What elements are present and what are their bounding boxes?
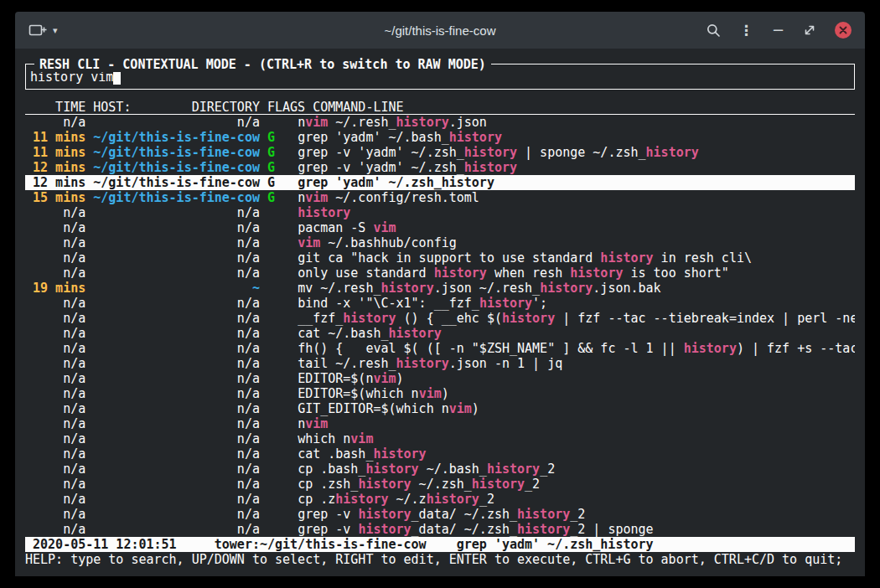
- menu-button[interactable]: ⋮: [739, 23, 753, 38]
- history-row[interactable]: n/a n/a EDITOR=$(nvim): [25, 371, 855, 386]
- resh-search-box: RESH CLI - CONTEXTUAL MODE - (CTRL+R to …: [25, 64, 855, 90]
- kebab-menu-icon: ⋮: [739, 23, 753, 38]
- terminal-window: ▾ ~/git/this-is-fine-cow ⋮ −: [15, 12, 865, 576]
- history-row[interactable]: n/a n/a only use standard history when r…: [25, 266, 855, 281]
- history-row[interactable]: n/a n/a nvim ~/.resh_history.json: [25, 115, 855, 130]
- history-row[interactable]: n/a n/a pacman -S vim: [25, 220, 855, 235]
- history-row[interactable]: 12 mins ~/git/this-is-fine-cow G grep -v…: [25, 160, 855, 175]
- history-row[interactable]: 11 mins ~/git/this-is-fine-cow G grep 'y…: [25, 130, 855, 145]
- new-tab-dropdown-button[interactable]: ▾: [53, 25, 58, 36]
- history-row[interactable]: n/a n/a GIT_EDITOR=$(which nvim): [25, 401, 855, 416]
- titlebar-left-controls: ▾: [28, 23, 58, 38]
- history-row[interactable]: 11 mins ~/git/this-is-fine-cow G grep -v…: [25, 145, 855, 160]
- minimize-icon: −: [772, 23, 784, 38]
- maximize-button[interactable]: [803, 23, 816, 37]
- history-row[interactable]: n/a n/a nvim: [25, 416, 855, 431]
- window-title: ~/git/this-is-fine-cow: [385, 23, 496, 38]
- history-row[interactable]: n/a n/a git ca "hack in support to use s…: [25, 250, 855, 266]
- text-cursor: [113, 71, 121, 85]
- history-row-selected[interactable]: 12 mins ~/git/this-is-fine-cow G grep 'y…: [25, 175, 855, 190]
- history-rows: n/a n/a nvim ~/.resh_history.json 11 min…: [25, 115, 855, 537]
- history-row[interactable]: n/a n/a cp .zhistory ~/.zhistory_2: [25, 492, 855, 507]
- history-row[interactable]: n/a n/a cat ~/.bash_history: [25, 326, 855, 341]
- history-row[interactable]: n/a n/a vim ~/.bashhub/config: [25, 235, 855, 250]
- history-row[interactable]: n/a n/a cat .bash_history: [25, 446, 855, 462]
- history-row[interactable]: n/a n/a fh() { eval $( ([ -n "$ZSH_NAME"…: [25, 341, 855, 356]
- new-tab-button[interactable]: [28, 23, 47, 38]
- history-header: TIME HOST: DIRECTORY FLAGS COMMAND-LINE: [25, 100, 855, 115]
- close-button[interactable]: [835, 22, 852, 39]
- history-row[interactable]: n/a n/a grep -v history_data/ ~/.zsh_his…: [25, 507, 855, 522]
- history-row[interactable]: n/a n/a cp .bash_history ~/.bash_history…: [25, 462, 855, 477]
- history-row[interactable]: n/a n/a grep -v history_data/ ~/.zsh_his…: [25, 522, 855, 537]
- history-row[interactable]: n/a n/a tail ~/.resh_history.json -n 1 |…: [25, 356, 855, 371]
- new-tab-icon: [28, 23, 47, 38]
- history-row[interactable]: 19 mins ~ mv ~/.resh_history.json ~/.res…: [25, 281, 855, 296]
- history-row[interactable]: n/a n/a EDITOR=$(which nvim): [25, 386, 855, 401]
- chevron-down-icon: ▾: [53, 25, 58, 36]
- history-row[interactable]: n/a n/a bind -x '"\C-x1": __fzf_history'…: [25, 296, 855, 311]
- titlebar-right-controls: ⋮ −: [706, 22, 852, 39]
- minimize-button[interactable]: −: [772, 23, 784, 38]
- history-row[interactable]: n/a n/a history: [25, 205, 855, 220]
- help-line: HELP: type to search, UP/DOWN to select,…: [25, 552, 855, 567]
- search-icon: [706, 23, 721, 38]
- terminal-content: RESH CLI - CONTEXTUAL MODE - (CTRL+R to …: [15, 49, 865, 576]
- history-row[interactable]: n/a n/a cp .zsh_history ~/.zsh_history_2: [25, 477, 855, 492]
- search-button[interactable]: [706, 23, 721, 38]
- maximize-icon: [803, 23, 816, 37]
- resh-mode-title: RESH CLI - CONTEXTUAL MODE - (CTRL+R to …: [34, 57, 491, 72]
- status-bar: 2020-05-11 12:01:51 tower:~/git/this-is-…: [25, 537, 855, 552]
- history-row[interactable]: n/a n/a __fzf_history () { __ehc $(histo…: [25, 311, 855, 326]
- titlebar: ▾ ~/git/this-is-fine-cow ⋮ −: [15, 12, 865, 49]
- history-row[interactable]: 15 mins ~/git/this-is-fine-cow G nvim ~/…: [25, 190, 855, 205]
- close-icon: [839, 26, 847, 34]
- history-row[interactable]: n/a n/a which nvim: [25, 431, 855, 446]
